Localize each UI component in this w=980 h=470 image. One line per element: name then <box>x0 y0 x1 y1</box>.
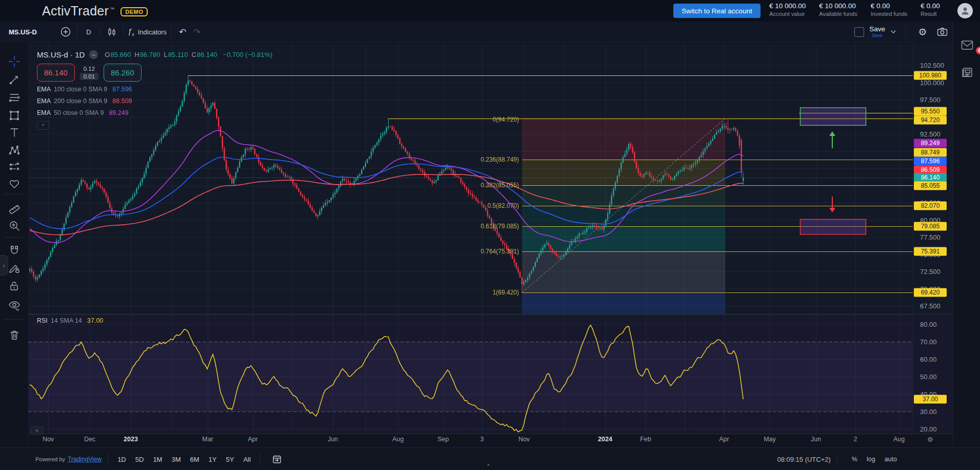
scale-mode-button[interactable]: log <box>866 455 876 464</box>
redo-button[interactable]: ↷ <box>190 25 204 39</box>
crosshair-icon <box>8 55 21 68</box>
tradingview-link[interactable]: TradingView <box>68 456 102 463</box>
chart-type-button[interactable] <box>105 25 119 39</box>
scroll-left-button[interactable]: « <box>31 426 43 435</box>
pencil-lock-icon <box>8 262 21 275</box>
rsi-tick-label: 30.00 <box>920 408 937 416</box>
rsi-params: 14 SMA 14 <box>51 317 82 324</box>
camera-snapshot-icon[interactable] <box>935 25 949 39</box>
powered-by: Powered by TradingView <box>35 456 102 463</box>
projection-tool[interactable] <box>6 159 23 174</box>
messages-button[interactable]: 6 <box>961 40 973 52</box>
pattern-tool[interactable] <box>6 143 23 158</box>
hide-drawings-tool[interactable] <box>6 299 23 314</box>
range-button[interactable]: 6M <box>187 454 203 465</box>
range-button[interactable]: All <box>240 454 253 465</box>
ohlc-pair: L85.110 <box>164 51 188 58</box>
axis-border <box>913 42 913 434</box>
toolbar-right-cluster: Save Save ⚙ <box>854 22 949 42</box>
spread-bottom: 0.01 <box>80 73 98 80</box>
price-tick-label: 77.500 <box>920 233 941 241</box>
indicator-name: EMA <box>37 86 51 93</box>
save-button[interactable]: Save Save <box>869 26 885 38</box>
go-to-date-button[interactable] <box>269 454 285 465</box>
trend-line-tool[interactable] <box>6 72 23 87</box>
magnet-tool[interactable] <box>6 243 23 258</box>
fib-level-label: 0(94.720) <box>493 116 519 123</box>
indicator-legend-row[interactable]: EMA 200 close 0 SMA 9 86.509 <box>37 97 272 105</box>
time-axis-separator <box>28 434 953 434</box>
brand-trademark: ™ <box>110 7 114 12</box>
sell-bid-button[interactable]: 86.140 <box>37 64 75 82</box>
rectangle-tool[interactable] <box>6 108 23 123</box>
crosshair-tool[interactable] <box>6 54 23 69</box>
axis-settings-gear-icon[interactable]: ⚙ <box>927 436 933 443</box>
price-tick-label: 67.500 <box>920 302 941 310</box>
add-instrument-button[interactable] <box>58 25 73 39</box>
ohlc-key: C <box>191 51 196 58</box>
stat-value: € 10 000.00 <box>769 2 806 11</box>
hide-series-button[interactable]: – <box>89 50 98 59</box>
envelope-icon <box>961 40 973 50</box>
undo-button[interactable]: ↶ <box>175 25 190 39</box>
range-button[interactable]: 1Y <box>206 454 220 465</box>
price-level-badge: 95.550 <box>914 107 947 116</box>
fib-level-label: 0.382(85.055) <box>481 182 519 189</box>
interval-button[interactable]: D <box>82 25 96 39</box>
text-tool[interactable] <box>6 125 23 140</box>
indicators-button[interactable]: ƒx Indicators <box>128 25 167 39</box>
indicator-legend-row[interactable]: EMA 50 close 0 SMA 9 89.249 <box>37 109 272 117</box>
buy-ask-button[interactable]: 86.260 <box>104 64 142 82</box>
remove-drawings-tool[interactable] <box>6 327 23 343</box>
parallel-lines-tool[interactable] <box>6 90 23 105</box>
legend-title-row: MS.US-d · 1D – O85.660H86.780L85.110C86.… <box>37 50 272 59</box>
bottom-panel-expand-icon[interactable]: ⌃ <box>486 463 490 469</box>
range-button[interactable]: 1D <box>114 454 129 465</box>
time-axis-label: 2024 <box>598 436 612 443</box>
time-axis-label: Apr <box>719 436 729 443</box>
range-button[interactable]: 3M <box>168 454 184 465</box>
price-level-badge: 100.980 <box>914 71 947 80</box>
stat-label: Account value <box>769 11 806 18</box>
price-tick-label: 100.000 <box>920 79 944 87</box>
price-tick-label: 102.500 <box>920 62 944 69</box>
time-axis-label: Dec <box>84 436 95 443</box>
camera-icon <box>937 27 948 36</box>
settings-gear-icon[interactable]: ⚙ <box>915 25 930 39</box>
toolbar-divider <box>100 27 101 37</box>
drawing-tools-rail <box>0 42 29 447</box>
powered-by-label: Powered by <box>35 456 65 462</box>
price-level-badge: 75.391 <box>914 247 947 256</box>
projection-icon <box>8 161 21 173</box>
measure-tool[interactable] <box>6 200 23 216</box>
range-button[interactable]: 5Y <box>223 454 237 465</box>
chart-toolbar: MS.US-D D ƒx Indicators ↶ ↷ Save Sa <box>0 22 980 43</box>
scale-mode-button[interactable]: % <box>851 455 858 464</box>
change-value: −0.700 (−0.81%) <box>223 51 273 58</box>
zoom-in-tool[interactable] <box>6 218 23 233</box>
price-level-badge: 88.749 <box>914 148 947 157</box>
rail-expand-handle[interactable]: › <box>0 255 8 276</box>
time-axis-label: Aug <box>392 436 404 443</box>
rsi-legend-row[interactable]: RSI 14 SMA 14 37.00 <box>37 317 103 324</box>
legend-collapse-button[interactable]: ^ <box>37 121 49 130</box>
xabcd-pattern-icon <box>8 144 21 156</box>
ohlc-pair: H86.780 <box>134 51 160 58</box>
session-clock[interactable]: 08:09:15 (UTC+2) <box>777 456 830 463</box>
scale-mode-button[interactable]: auto <box>884 455 898 464</box>
switch-to-real-button[interactable]: Switch to Real account <box>673 4 761 18</box>
account-stats: € 10 000.00 Account value € 10 000.00 Av… <box>769 2 940 18</box>
user-avatar[interactable] <box>957 3 973 18</box>
pane-separator[interactable] <box>28 314 953 315</box>
indicator-legend-row[interactable]: EMA 100 close 0 SMA 9 87.596 <box>37 85 272 93</box>
layout-checkbox[interactable] <box>854 27 864 37</box>
news-icon <box>961 67 973 78</box>
trend-line-icon <box>8 73 21 86</box>
lock-drawings-tool[interactable] <box>6 279 23 294</box>
chevron-down-icon[interactable] <box>890 30 896 34</box>
symbol-label[interactable]: MS.US-D <box>9 28 37 36</box>
range-button[interactable]: 5D <box>132 454 147 465</box>
news-button[interactable] <box>961 67 973 80</box>
range-button[interactable]: 1M <box>150 454 165 465</box>
emoji-tool[interactable] <box>6 176 23 191</box>
